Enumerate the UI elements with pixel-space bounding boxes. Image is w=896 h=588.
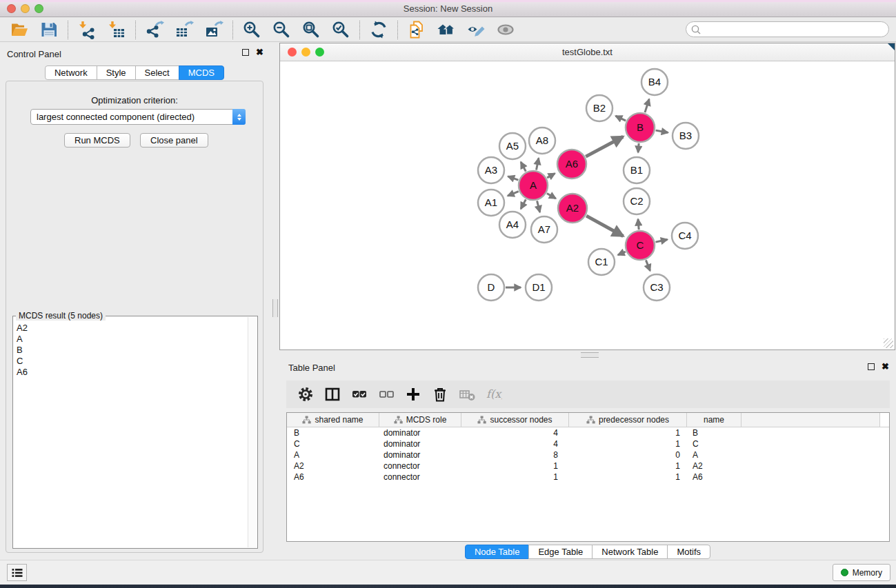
graph-edge-A-A3[interactable] bbox=[508, 176, 518, 180]
float-panel-icon[interactable] bbox=[242, 49, 249, 56]
open-session-icon[interactable] bbox=[10, 20, 29, 39]
network-canvas[interactable]: B4B2BB3A8A5A6A3B1AA1C2A2A4A7C4CC1C3DD1 bbox=[280, 61, 895, 349]
graph-node-label: B4 bbox=[648, 76, 661, 88]
column-header-successor-nodes[interactable]: successor nodes bbox=[461, 413, 569, 427]
refresh-icon[interactable] bbox=[369, 20, 388, 39]
zoom-out-icon[interactable] bbox=[272, 20, 291, 39]
vertical-splitter-grip[interactable] bbox=[272, 299, 278, 317]
function-icon[interactable]: f(x) bbox=[486, 386, 502, 403]
table-row[interactable]: Bdominator41B bbox=[287, 427, 889, 438]
import-table-icon[interactable] bbox=[107, 20, 126, 39]
deselect-all-icon[interactable] bbox=[378, 386, 395, 403]
graph-edge-A-A1[interactable] bbox=[508, 192, 519, 196]
graph-edge-C-C3[interactable] bbox=[646, 260, 650, 270]
close-panel-icon[interactable]: ✖ bbox=[256, 49, 263, 56]
graph-edge-A-A6[interactable] bbox=[547, 174, 555, 178]
result-scrollbar[interactable] bbox=[248, 317, 257, 547]
network-graph[interactable]: B4B2BB3A8A5A6A3B1AA1C2A2A4A7C4CC1C3DD1 bbox=[280, 61, 895, 349]
graph-node-label: B bbox=[637, 121, 644, 133]
graph-edge-A2-C[interactable] bbox=[586, 216, 623, 236]
dropdown-stepper-icon[interactable] bbox=[232, 109, 246, 125]
graph-node-label: B3 bbox=[679, 130, 692, 141]
export-image-icon[interactable] bbox=[204, 20, 223, 39]
gear-icon[interactable] bbox=[297, 386, 314, 403]
tab-node-table[interactable]: Node Table bbox=[465, 545, 530, 559]
network-close-button[interactable] bbox=[288, 48, 297, 57]
table-row[interactable]: Adominator80A bbox=[287, 449, 889, 460]
tab-network-table[interactable]: Network Table bbox=[592, 545, 668, 559]
network-zoom-button[interactable] bbox=[315, 48, 324, 57]
graph-edge-C-C4[interactable] bbox=[655, 239, 667, 242]
horizontal-splitter-grip[interactable] bbox=[581, 352, 599, 358]
float-table-panel-icon[interactable] bbox=[868, 363, 875, 370]
save-session-icon[interactable] bbox=[39, 20, 59, 39]
first-neighbors-icon[interactable] bbox=[437, 20, 456, 39]
delete-table-icon[interactable] bbox=[459, 386, 475, 403]
hide-selection-icon[interactable] bbox=[466, 20, 486, 39]
tab-style[interactable]: Style bbox=[97, 65, 136, 80]
graph-edge-B-B3[interactable] bbox=[656, 130, 668, 132]
result-item[interactable]: A2 bbox=[14, 323, 247, 334]
network-minimize-button[interactable] bbox=[301, 48, 310, 57]
tab-network[interactable]: Network bbox=[45, 65, 97, 80]
column-header-shared-name[interactable]: shared name bbox=[287, 413, 379, 427]
graph-edge-A-A2[interactable] bbox=[547, 194, 556, 199]
resize-grip-icon[interactable] bbox=[884, 338, 893, 348]
result-item[interactable]: A bbox=[14, 334, 247, 345]
column-header-mcds-role[interactable]: MCDS role bbox=[379, 413, 461, 427]
tab-edge-table[interactable]: Edge Table bbox=[528, 545, 593, 559]
graph-edge-B-B1[interactable] bbox=[638, 143, 639, 152]
mcds-result-list[interactable]: A2ABCA6 bbox=[14, 317, 247, 547]
graph-edge-A-A8[interactable] bbox=[537, 158, 539, 170]
table-row[interactable]: A2connector11A2 bbox=[287, 460, 889, 472]
graph-edge-B-B2[interactable] bbox=[615, 116, 626, 121]
close-table-panel-icon[interactable]: ✖ bbox=[882, 363, 889, 370]
memory-button[interactable]: Memory bbox=[833, 564, 890, 581]
tab-select[interactable]: Select bbox=[135, 65, 179, 80]
import-network-icon[interactable] bbox=[77, 20, 97, 39]
table-cell: A bbox=[687, 450, 741, 460]
close-panel-button[interactable]: Close panel bbox=[140, 133, 208, 148]
select-all-icon[interactable] bbox=[351, 386, 368, 403]
tab-mcds[interactable]: MCDS bbox=[179, 65, 224, 80]
delete-icon[interactable] bbox=[432, 386, 448, 403]
graph-edge-A6-B[interactable] bbox=[586, 136, 623, 156]
new-network-from-selection-icon[interactable] bbox=[407, 20, 426, 39]
tab-motifs[interactable]: Motifs bbox=[667, 545, 710, 559]
zoom-fit-icon[interactable] bbox=[301, 20, 321, 39]
graph-edge-A-A7[interactable] bbox=[537, 201, 540, 212]
export-table-icon[interactable] bbox=[175, 20, 194, 39]
columns-icon[interactable] bbox=[324, 386, 341, 403]
show-all-icon[interactable] bbox=[496, 20, 515, 39]
export-network-icon[interactable] bbox=[145, 20, 164, 39]
toolbar-separator bbox=[397, 21, 398, 39]
toolbar-separator bbox=[232, 21, 233, 39]
panel-menu-button[interactable] bbox=[7, 564, 27, 581]
table-row[interactable]: A6connector11A6 bbox=[287, 472, 889, 483]
result-item[interactable]: A6 bbox=[14, 367, 247, 378]
result-item[interactable]: C bbox=[14, 356, 247, 367]
zoom-selected-icon[interactable] bbox=[331, 20, 350, 39]
table-row[interactable]: Cdominator41C bbox=[287, 438, 889, 449]
column-header-name[interactable]: name bbox=[687, 413, 741, 427]
graph-edge-B-B4[interactable] bbox=[645, 99, 649, 112]
control-panel-buttons: ✖ bbox=[242, 49, 263, 56]
zoom-window-button[interactable] bbox=[34, 4, 43, 13]
criterion-dropdown[interactable]: largest connected component (directed) bbox=[30, 109, 246, 125]
run-mcds-button[interactable]: Run MCDS bbox=[64, 133, 130, 148]
graph-edge-A-A5[interactable] bbox=[521, 162, 526, 172]
column-header-predecessor-nodes[interactable]: predecessor nodes bbox=[569, 413, 687, 427]
search-input[interactable] bbox=[701, 25, 884, 34]
zoom-in-icon[interactable] bbox=[242, 20, 261, 39]
search-box[interactable] bbox=[686, 21, 889, 37]
graph-edge-C-C1[interactable] bbox=[618, 252, 626, 255]
graph-node-label: A bbox=[530, 179, 537, 191]
add-icon[interactable] bbox=[405, 386, 421, 403]
graph-edge-A-A4[interactable] bbox=[521, 199, 526, 209]
close-window-button[interactable] bbox=[7, 4, 16, 13]
network-window-titlebar[interactable]: testGlobe.txt bbox=[280, 43, 895, 61]
graph-edge-C-C2[interactable] bbox=[638, 219, 639, 230]
column-label: shared name bbox=[315, 415, 363, 425]
result-item[interactable]: B bbox=[14, 345, 247, 356]
minimize-window-button[interactable] bbox=[21, 4, 30, 13]
